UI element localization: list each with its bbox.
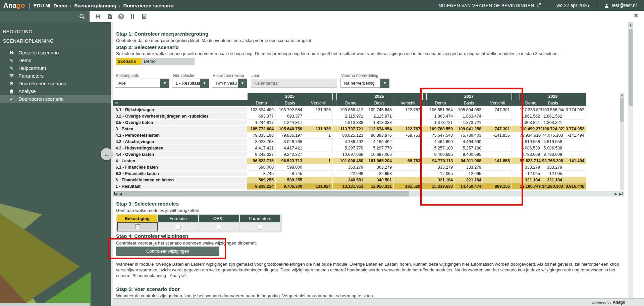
col-header-2025-demo: Demo <box>247 100 276 106</box>
row-header-menu[interactable]: ≡ <box>113 100 247 106</box>
table-vertical-scrollbar[interactable]: ▲ <box>620 93 624 190</box>
step5-title: Stap 5: Voer scenario door <box>116 286 180 292</box>
cell-value: 13.131.851 <box>337 183 365 189</box>
table-horizontal-scrollbar[interactable]: ◀◀ ▶▶ <box>113 191 624 196</box>
cell-spacer <box>422 170 426 177</box>
row-label: 4.4 - Overige lasten <box>113 151 247 158</box>
save-icon[interactable] <box>95 13 101 20</box>
row-label: 6.1 - Financiële baten <box>113 164 247 170</box>
table-row: 4.4 - Overige lasten9.242.3279.242.32710… <box>113 151 586 158</box>
cell-spacer <box>422 164 426 170</box>
cell-value: 321.184 <box>426 177 455 183</box>
user-menu[interactable]: test@test.nl <box>596 0 644 11</box>
module-header-parameters[interactable]: Parameters <box>240 215 281 222</box>
search-icon[interactable] <box>79 13 85 19</box>
sidebar-item-helpcentrum[interactable]: ✎Helpcentrum <box>0 64 111 72</box>
last-page-icon[interactable]: ▶ <box>619 192 623 196</box>
modules-table: BekostigingFormatieOB&LParameters✓ <box>116 214 282 232</box>
step1-title: Stap 1: Controleer meerjarenbegroting <box>116 31 208 37</box>
cell-value: 181.520 <box>394 183 422 189</box>
close-icon[interactable]: × <box>634 12 638 19</box>
sidebar-item-analyse[interactable]: Analyse <box>0 87 111 95</box>
controleer-wijzigingen-button[interactable]: Controleer wijzigingen <box>116 247 219 256</box>
cell-value: 92.623.714 <box>520 158 542 164</box>
cell-value: -58.753 <box>394 158 422 164</box>
cell-value: 4.819.558 <box>542 138 564 145</box>
scenario-label: Scenario <box>116 58 142 65</box>
module-checkbox-parameters[interactable] <box>240 222 281 231</box>
cell-spacer <box>333 177 337 183</box>
next-page-icon[interactable]: ▶ <box>615 192 618 196</box>
sidebar-item-demo[interactable]: ✎Demo <box>0 56 111 64</box>
col-header-2028-basis: Basis <box>542 100 564 106</box>
first-page-icon[interactable]: ◀ <box>114 192 117 196</box>
checkbox-icon[interactable] <box>217 225 221 229</box>
module-checkbox-bekostiging[interactable]: ✓ <box>117 222 158 231</box>
breadcrumb-item[interactable]: Doorvoeren scenario <box>123 3 173 8</box>
sidebar-item-doorvoeren-scenario[interactable]: ✓Doorvoeren scenario <box>0 95 111 103</box>
cell-value: 122.767 <box>394 106 422 113</box>
filter-dropdown-2[interactable]: T/m niveau 3▼ <box>212 79 247 88</box>
powered-by-label: powered by <box>592 300 611 304</box>
step4-note: Wanneer in module 'Overige Baten en Last… <box>116 261 630 278</box>
cell-value <box>304 151 333 158</box>
sidebar-item-parameters[interactable]: Parameters <box>0 72 111 80</box>
cell-value <box>564 151 586 158</box>
cell-value: 333.279 <box>520 164 542 170</box>
module-checkbox-formatie[interactable] <box>158 222 199 231</box>
footer-brand-link[interactable]: Anago <box>613 300 625 305</box>
prev-page-icon[interactable]: ◀ <box>119 192 122 196</box>
cell-value <box>483 177 512 183</box>
help-icon[interactable]: ? <box>118 13 124 19</box>
row-label: 1 - Resultaat <box>113 183 247 189</box>
table-row: 3.1 - Rijksbijdragen103.834.489103.702.5… <box>113 106 586 113</box>
module-checkbox-ob&l[interactable] <box>199 222 240 231</box>
scrollbar-thumb[interactable] <box>629 29 633 106</box>
filter-dropdown-1[interactable]: 1 - Resultaat▼ <box>172 79 209 88</box>
chevron-down-icon[interactable]: ▼ <box>380 79 389 88</box>
pause-icon[interactable] <box>129 13 136 20</box>
filter-dropdown-4[interactable]: Na herverdeling▼ <box>340 79 389 88</box>
col-header-2026-basis: Basis <box>365 100 394 106</box>
cell-spacer <box>422 106 426 113</box>
module-header-bekostiging[interactable]: Bekostiging <box>117 215 158 222</box>
cell-value: 333.279 <box>542 164 564 170</box>
sidebar-section-begroting[interactable]: BEGROTING <box>0 29 33 34</box>
collapse-sidebar-button[interactable]: ← <box>101 148 113 160</box>
checkbox-icon[interactable]: ✓ <box>135 224 140 229</box>
anago-logo[interactable]: Anago <box>3 2 25 9</box>
chevron-down-icon[interactable]: ▼ <box>200 79 209 88</box>
calculator-icon[interactable] <box>141 13 148 20</box>
scrollbar-thumb[interactable] <box>113 191 409 196</box>
chevron-down-icon[interactable]: ▼ <box>160 79 169 88</box>
content-vertical-scrollbar[interactable]: ▲ <box>628 22 633 298</box>
sidebar-item-opstellen-scenario[interactable]: Opstellen scenario <box>0 49 111 56</box>
sidebar-item-label: Doorvoeren scenario <box>18 96 64 102</box>
filter-dropdown-0[interactable]: Alle▼ <box>115 79 169 88</box>
export-icon[interactable] <box>106 13 113 20</box>
cell-value: 10.697.066 <box>365 151 394 158</box>
module-header-formatie[interactable]: Formatie <box>158 215 199 222</box>
year-header-2027: 2027 <box>426 93 512 100</box>
sidebar-item-label: Helpcentrum <box>18 65 46 71</box>
col-header-2027-demo: Demo <box>426 100 455 106</box>
checkbox-icon[interactable] <box>258 225 262 229</box>
breadcrumb-item[interactable]: Scenarioplanning <box>74 3 116 8</box>
cell-value: 8.783.009 <box>542 151 564 158</box>
module-header-ob&l[interactable]: OB&L <box>199 215 240 222</box>
cell-value: 340.581 <box>337 177 365 183</box>
sidebar-section-scenarioplanning[interactable]: SCENARIOPLANNING <box>0 38 54 44</box>
cell-value: 5.257.180 <box>455 145 483 151</box>
scenario-selector: Scenario Demo <box>116 58 195 65</box>
breadcrumb-item[interactable]: EDU NL Demo <box>33 3 67 8</box>
chevron-down-icon[interactable]: ▼ <box>238 79 247 88</box>
scroll-up-icon[interactable]: ▲ <box>628 22 633 28</box>
sidebar-item-label: Demo <box>18 58 32 63</box>
scenario-value[interactable]: Demo <box>142 58 195 65</box>
checkbox-icon[interactable] <box>176 225 180 229</box>
cell-value: 107.333.896 <box>520 106 542 113</box>
sidebar-item-doorrekenen-scenario[interactable]: ⚙Doorrekenen scenario <box>0 80 111 87</box>
feedback-link[interactable]: INDIENEN VAN VRAGEN OF BEVINDINGEN <box>430 0 549 11</box>
year-spacer <box>422 93 426 100</box>
pencil-icon: ✎ <box>9 58 14 63</box>
